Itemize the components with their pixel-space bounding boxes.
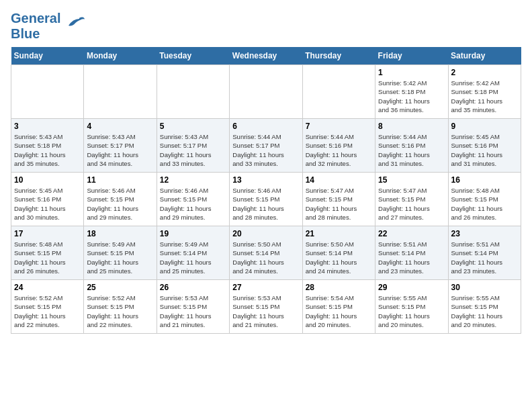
calendar-cell: 15Sunrise: 5:47 AM Sunset: 5:15 PM Dayli… — [375, 173, 448, 226]
calendar-cell: 28Sunrise: 5:54 AM Sunset: 5:15 PM Dayli… — [302, 280, 375, 334]
day-number: 7 — [306, 122, 372, 131]
day-info: Sunrise: 5:43 AM Sunset: 5:17 PM Dayligh… — [87, 132, 153, 168]
day-info: Sunrise: 5:52 AM Sunset: 5:15 PM Dayligh… — [87, 293, 153, 329]
calendar-cell: 7Sunrise: 5:44 AM Sunset: 5:16 PM Daylig… — [302, 119, 375, 173]
day-number: 4 — [87, 122, 153, 131]
calendar-cell: 10Sunrise: 5:45 AM Sunset: 5:16 PM Dayli… — [11, 173, 84, 226]
calendar-cell: 6Sunrise: 5:44 AM Sunset: 5:17 PM Daylig… — [230, 119, 302, 173]
day-info: Sunrise: 5:42 AM Sunset: 5:18 PM Dayligh… — [378, 79, 445, 114]
day-info: Sunrise: 5:46 AM Sunset: 5:15 PM Dayligh… — [87, 186, 153, 222]
day-number: 26 — [160, 283, 226, 292]
day-info: Sunrise: 5:55 AM Sunset: 5:15 PM Dayligh… — [451, 293, 518, 329]
calendar-week-row: 24Sunrise: 5:52 AM Sunset: 5:15 PM Dayli… — [11, 280, 521, 334]
day-info: Sunrise: 5:46 AM Sunset: 5:15 PM Dayligh… — [160, 186, 226, 222]
col-header-wednesday: Wednesday — [230, 47, 302, 65]
col-header-saturday: Saturday — [448, 47, 521, 65]
calendar-cell: 13Sunrise: 5:46 AM Sunset: 5:15 PM Dayli… — [230, 173, 302, 226]
day-info: Sunrise: 5:44 AM Sunset: 5:16 PM Dayligh… — [378, 132, 445, 168]
day-number: 11 — [87, 175, 153, 185]
day-info: Sunrise: 5:44 AM Sunset: 5:16 PM Dayligh… — [306, 132, 372, 168]
calendar-cell — [157, 65, 229, 119]
calendar-cell: 29Sunrise: 5:55 AM Sunset: 5:15 PM Dayli… — [375, 280, 448, 334]
calendar-week-row: 17Sunrise: 5:48 AM Sunset: 5:15 PM Dayli… — [11, 226, 521, 280]
calendar-table: SundayMondayTuesdayWednesdayThursdayFrid… — [11, 47, 521, 334]
calendar-cell: 26Sunrise: 5:53 AM Sunset: 5:15 PM Dayli… — [157, 280, 229, 334]
day-info: Sunrise: 5:51 AM Sunset: 5:14 PM Dayligh… — [451, 240, 518, 275]
day-number: 6 — [232, 122, 299, 131]
calendar-cell: 22Sunrise: 5:51 AM Sunset: 5:14 PM Dayli… — [375, 226, 448, 280]
day-number: 5 — [160, 122, 226, 131]
logo: GeneralBlue — [11, 11, 85, 42]
day-info: Sunrise: 5:49 AM Sunset: 5:15 PM Dayligh… — [87, 240, 153, 275]
day-info: Sunrise: 5:48 AM Sunset: 5:15 PM Dayligh… — [451, 186, 518, 222]
calendar-cell: 5Sunrise: 5:43 AM Sunset: 5:17 PM Daylig… — [157, 119, 229, 173]
day-info: Sunrise: 5:51 AM Sunset: 5:14 PM Dayligh… — [378, 240, 445, 275]
calendar-cell: 21Sunrise: 5:50 AM Sunset: 5:14 PM Dayli… — [302, 226, 375, 280]
calendar-cell: 12Sunrise: 5:46 AM Sunset: 5:15 PM Dayli… — [157, 173, 229, 226]
col-header-friday: Friday — [375, 47, 448, 65]
day-number: 13 — [232, 175, 299, 185]
day-number: 10 — [14, 175, 81, 185]
day-number: 25 — [87, 283, 153, 292]
calendar-cell: 23Sunrise: 5:51 AM Sunset: 5:14 PM Dayli… — [448, 226, 521, 280]
day-number: 9 — [451, 122, 518, 131]
day-info: Sunrise: 5:44 AM Sunset: 5:17 PM Dayligh… — [232, 132, 299, 168]
calendar-cell — [84, 65, 157, 119]
calendar-cell: 1Sunrise: 5:42 AM Sunset: 5:18 PM Daylig… — [375, 65, 448, 119]
calendar-cell: 17Sunrise: 5:48 AM Sunset: 5:15 PM Dayli… — [11, 226, 84, 280]
day-info: Sunrise: 5:43 AM Sunset: 5:17 PM Dayligh… — [160, 132, 226, 168]
calendar-week-row: 3Sunrise: 5:43 AM Sunset: 5:18 PM Daylig… — [11, 119, 521, 173]
day-info: Sunrise: 5:50 AM Sunset: 5:14 PM Dayligh… — [232, 240, 299, 275]
day-number: 2 — [451, 68, 518, 77]
calendar-cell: 8Sunrise: 5:44 AM Sunset: 5:16 PM Daylig… — [375, 119, 448, 173]
calendar-cell: 3Sunrise: 5:43 AM Sunset: 5:18 PM Daylig… — [11, 119, 84, 173]
calendar-cell: 20Sunrise: 5:50 AM Sunset: 5:14 PM Dayli… — [230, 226, 302, 280]
calendar-cell: 18Sunrise: 5:49 AM Sunset: 5:15 PM Dayli… — [84, 226, 157, 280]
day-info: Sunrise: 5:45 AM Sunset: 5:16 PM Dayligh… — [14, 186, 81, 222]
day-number: 1 — [378, 68, 445, 77]
calendar-cell: 4Sunrise: 5:43 AM Sunset: 5:17 PM Daylig… — [84, 119, 157, 173]
day-number: 22 — [378, 229, 445, 238]
day-info: Sunrise: 5:49 AM Sunset: 5:14 PM Dayligh… — [160, 240, 226, 275]
calendar-week-row: 1Sunrise: 5:42 AM Sunset: 5:18 PM Daylig… — [11, 65, 521, 119]
day-number: 17 — [14, 229, 81, 238]
day-number: 27 — [232, 283, 299, 292]
day-info: Sunrise: 5:55 AM Sunset: 5:15 PM Dayligh… — [378, 293, 445, 329]
col-header-thursday: Thursday — [302, 47, 375, 65]
day-number: 23 — [451, 229, 518, 238]
col-header-sunday: Sunday — [11, 47, 84, 65]
page-header: GeneralBlue — [11, 11, 521, 42]
day-number: 16 — [451, 175, 518, 185]
calendar-cell: 30Sunrise: 5:55 AM Sunset: 5:15 PM Dayli… — [448, 280, 521, 334]
day-number: 12 — [160, 175, 226, 185]
calendar-cell: 16Sunrise: 5:48 AM Sunset: 5:15 PM Dayli… — [448, 173, 521, 226]
day-number: 18 — [87, 229, 153, 238]
day-info: Sunrise: 5:54 AM Sunset: 5:15 PM Dayligh… — [306, 293, 372, 329]
calendar-cell: 14Sunrise: 5:47 AM Sunset: 5:15 PM Dayli… — [302, 173, 375, 226]
day-number: 28 — [306, 283, 372, 292]
calendar-week-row: 10Sunrise: 5:45 AM Sunset: 5:16 PM Dayli… — [11, 173, 521, 226]
day-info: Sunrise: 5:53 AM Sunset: 5:15 PM Dayligh… — [232, 293, 299, 329]
day-number: 30 — [451, 283, 518, 292]
day-number: 24 — [14, 283, 81, 292]
calendar-header-row: SundayMondayTuesdayWednesdayThursdayFrid… — [11, 47, 521, 65]
day-number: 3 — [14, 122, 81, 131]
day-number: 19 — [160, 229, 226, 238]
day-number: 15 — [378, 175, 445, 185]
calendar-cell: 11Sunrise: 5:46 AM Sunset: 5:15 PM Dayli… — [84, 173, 157, 226]
day-number: 21 — [306, 229, 372, 238]
day-info: Sunrise: 5:43 AM Sunset: 5:18 PM Dayligh… — [14, 132, 81, 168]
day-info: Sunrise: 5:53 AM Sunset: 5:15 PM Dayligh… — [160, 293, 226, 329]
day-info: Sunrise: 5:47 AM Sunset: 5:15 PM Dayligh… — [306, 186, 372, 222]
logo-bird-icon — [63, 12, 85, 34]
calendar-cell: 24Sunrise: 5:52 AM Sunset: 5:15 PM Dayli… — [11, 280, 84, 334]
day-number: 29 — [378, 283, 445, 292]
calendar-cell: 27Sunrise: 5:53 AM Sunset: 5:15 PM Dayli… — [230, 280, 302, 334]
day-number: 14 — [306, 175, 372, 185]
col-header-tuesday: Tuesday — [157, 47, 229, 65]
calendar-cell — [302, 65, 375, 119]
day-info: Sunrise: 5:52 AM Sunset: 5:15 PM Dayligh… — [14, 293, 81, 329]
day-info: Sunrise: 5:48 AM Sunset: 5:15 PM Dayligh… — [14, 240, 81, 275]
calendar-cell: 9Sunrise: 5:45 AM Sunset: 5:16 PM Daylig… — [448, 119, 521, 173]
day-info: Sunrise: 5:42 AM Sunset: 5:18 PM Dayligh… — [451, 79, 518, 114]
